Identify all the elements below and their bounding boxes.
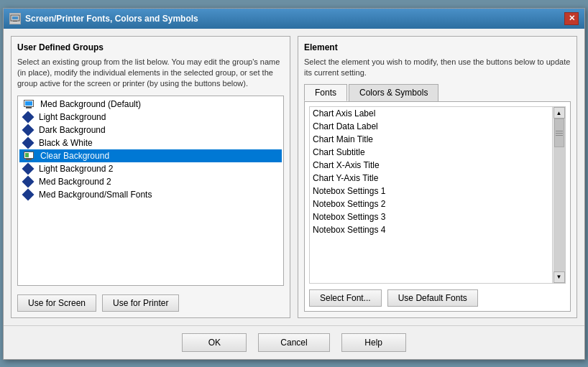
- element-item[interactable]: Chart X-Axis Title: [310, 159, 552, 172]
- element-item[interactable]: Chart Y-Axis Title: [310, 172, 552, 185]
- element-list: Chart Axis LabelChart Data LabelChart Ma…: [309, 106, 566, 283]
- group-item-label: Black & White: [39, 138, 93, 148]
- tab-colors-symbols[interactable]: Colors & Symbols: [349, 84, 438, 101]
- left-panel-desc: Select an existing group from the list b…: [17, 57, 284, 90]
- grip-line-1: [556, 131, 563, 131]
- grip-line-3: [556, 135, 563, 136]
- diamond-icon: [22, 175, 35, 187]
- group-item-label: Dark Background: [39, 125, 106, 135]
- dialog-body: User Defined Groups Select an existing g…: [4, 29, 584, 325]
- element-item[interactable]: Notebox Settings 4: [310, 223, 552, 236]
- scrollbar[interactable]: ▲ ▼: [553, 106, 566, 283]
- tab-fonts[interactable]: Fonts: [304, 84, 347, 101]
- left-panel: User Defined Groups Select an existing g…: [11, 36, 290, 318]
- select-font-button[interactable]: Select Font...: [309, 289, 382, 307]
- element-item[interactable]: Chart Data Label: [310, 120, 552, 133]
- element-item[interactable]: Chart Axis Label: [310, 107, 552, 120]
- element-item[interactable]: Notebox Settings 3: [310, 210, 552, 223]
- dialog-title: Screen/Printer Fonts, Colors and Symbols: [25, 14, 198, 24]
- grip-line-2: [556, 133, 563, 134]
- tab-content: Chart Axis LabelChart Data LabelChart Ma…: [304, 101, 571, 311]
- svg-rect-2: [13, 21, 17, 22]
- group-item[interactable]: Dark Background: [19, 124, 282, 136]
- right-panel: Element Select the element you wish to m…: [298, 36, 577, 318]
- element-item[interactable]: Notebox Settings 1: [310, 185, 552, 198]
- group-item[interactable]: Med Background/Small Fonts: [19, 188, 282, 201]
- svg-rect-1: [12, 17, 18, 19]
- group-list: Med Background (Default)Light Background…: [17, 96, 284, 286]
- monitor-green-icon: [22, 152, 35, 160]
- cancel-button[interactable]: Cancel: [258, 333, 329, 352]
- right-panel-desc: Select the element you wish to modify, t…: [304, 57, 571, 79]
- scroll-track[interactable]: [553, 119, 565, 271]
- element-list-inner: Chart Axis LabelChart Data LabelChart Ma…: [309, 106, 553, 283]
- title-bar: Screen/Printer Fonts, Colors and Symbols…: [4, 9, 584, 29]
- tab-bar: Fonts Colors & Symbols: [304, 84, 571, 101]
- diamond-icon: [22, 136, 35, 149]
- help-button[interactable]: Help: [341, 333, 406, 352]
- group-item[interactable]: Light Background 2: [19, 162, 282, 175]
- element-item[interactable]: Notebox Settings 2: [310, 198, 552, 210]
- group-item[interactable]: Med Background (Default): [19, 98, 282, 111]
- right-panel-buttons: Select Font... Use Default Fonts: [309, 289, 566, 307]
- diamond-icon: [22, 124, 35, 136]
- use-for-printer-button[interactable]: Use for Printer: [102, 294, 179, 312]
- element-item[interactable]: Chart Main Title: [310, 133, 552, 146]
- dialog-icon: [9, 13, 21, 24]
- group-item-label: Med Background/Small Fonts: [39, 190, 152, 200]
- scroll-up-arrow[interactable]: ▲: [553, 107, 565, 119]
- group-item[interactable]: Light Background: [19, 111, 282, 124]
- group-item[interactable]: Med Background 2: [19, 175, 282, 188]
- diamond-icon: [22, 162, 35, 175]
- main-dialog: Screen/Printer Fonts, Colors and Symbols…: [3, 8, 585, 360]
- group-item-label: Light Background: [39, 112, 106, 122]
- group-item-label: Light Background 2: [39, 164, 113, 174]
- group-item[interactable]: Clear Background: [19, 149, 282, 162]
- left-panel-buttons: Use for Screen Use for Printer: [17, 294, 284, 312]
- diamond-icon: [22, 111, 35, 123]
- monitor-icon: [22, 100, 35, 108]
- group-item-label: Med Background 2: [39, 177, 111, 187]
- right-panel-title: Element: [304, 42, 571, 52]
- use-for-screen-button[interactable]: Use for Screen: [17, 294, 96, 312]
- element-item[interactable]: Chart Subtitle: [310, 146, 552, 159]
- group-item-label: Med Background (Default): [40, 99, 141, 109]
- left-panel-title: User Defined Groups: [17, 42, 284, 52]
- use-default-fonts-button[interactable]: Use Default Fonts: [387, 289, 478, 307]
- scroll-thumb[interactable]: [554, 119, 564, 147]
- close-button[interactable]: ✕: [564, 12, 579, 25]
- group-item[interactable]: Black & White: [19, 136, 282, 149]
- title-bar-left: Screen/Printer Fonts, Colors and Symbols: [9, 13, 198, 24]
- scroll-down-arrow[interactable]: ▼: [553, 271, 565, 283]
- group-item-label: Clear Background: [40, 151, 109, 161]
- diamond-icon: [22, 188, 35, 200]
- ok-button[interactable]: OK: [182, 333, 247, 352]
- dialog-footer: OK Cancel Help: [4, 325, 584, 359]
